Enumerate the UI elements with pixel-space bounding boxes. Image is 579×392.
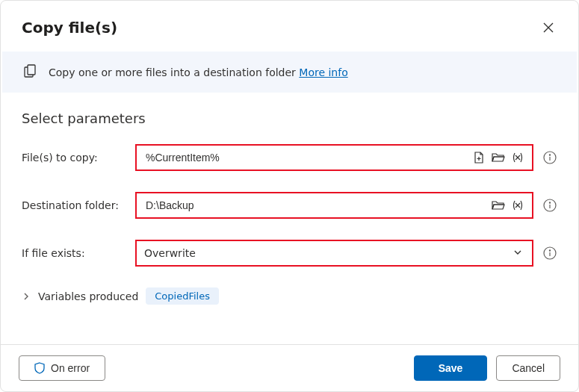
svg-rect-0 — [28, 65, 35, 75]
if-file-exists-value: Overwrite — [144, 247, 513, 259]
more-info-link[interactable]: More info — [299, 66, 347, 78]
svg-point-2 — [549, 155, 550, 155]
if-file-exists-select[interactable]: Overwrite — [135, 240, 533, 267]
dialog-body: Select parameters File(s) to copy: — [1, 93, 578, 344]
variable-icon — [511, 152, 524, 164]
destination-folder-field[interactable] — [135, 192, 533, 219]
info-text: Copy one or more files into a destinatio… — [49, 66, 348, 78]
files-to-copy-info[interactable] — [542, 150, 557, 165]
dialog-title: Copy file(s) — [22, 19, 117, 37]
on-error-label: On error — [51, 362, 90, 374]
description-text: Copy one or more files into a destinatio… — [49, 66, 296, 78]
chevron-down-icon — [513, 247, 523, 260]
variable-picker-button[interactable] — [508, 148, 527, 167]
save-button[interactable]: Save — [414, 355, 488, 381]
chevron-right-icon — [22, 292, 31, 301]
info-icon — [543, 151, 557, 164]
if-file-exists-row: If file exists: Overwrite — [22, 240, 557, 267]
info-icon — [543, 246, 557, 260]
copy-files-dialog: Copy file(s) Copy one or more files into… — [0, 0, 579, 392]
destination-variable-button[interactable] — [508, 196, 527, 215]
file-add-icon — [473, 152, 485, 164]
browse-destination-button[interactable] — [489, 196, 508, 215]
svg-point-4 — [549, 202, 550, 203]
destination-folder-info[interactable] — [542, 198, 557, 213]
variables-produced-label: Variables produced — [38, 290, 138, 302]
destination-folder-input[interactable] — [144, 199, 489, 212]
browse-folder-button[interactable] — [489, 148, 508, 167]
folder-open-icon — [492, 199, 505, 211]
destination-folder-row: Destination folder: — [22, 192, 557, 219]
info-strip: Copy one or more files into a destinatio… — [2, 52, 577, 93]
select-file-button[interactable] — [469, 148, 489, 167]
svg-point-6 — [549, 250, 550, 251]
variable-chip-copiedfiles[interactable]: CopiedFiles — [146, 287, 219, 305]
shield-icon — [34, 362, 45, 374]
dialog-header: Copy file(s) — [1, 1, 578, 52]
section-heading: Select parameters — [22, 111, 557, 126]
if-file-exists-label: If file exists: — [22, 247, 126, 259]
close-icon — [543, 22, 554, 33]
info-icon — [543, 199, 557, 212]
expand-variables-button[interactable] — [22, 292, 31, 301]
destination-folder-label: Destination folder: — [22, 199, 126, 211]
dialog-footer: On error Save Cancel — [1, 344, 578, 391]
folder-open-icon — [492, 152, 505, 164]
files-to-copy-row: File(s) to copy: — [22, 144, 557, 171]
files-to-copy-input[interactable] — [144, 151, 469, 164]
files-to-copy-field[interactable] — [135, 144, 533, 171]
copy-files-icon — [23, 63, 38, 81]
if-file-exists-info[interactable] — [542, 246, 557, 261]
variable-icon — [511, 199, 524, 211]
cancel-button[interactable]: Cancel — [496, 355, 560, 381]
on-error-button[interactable]: On error — [19, 355, 105, 381]
close-button[interactable] — [536, 16, 560, 40]
files-to-copy-label: File(s) to copy: — [22, 152, 126, 164]
variables-produced-row: Variables produced CopiedFiles — [22, 287, 557, 305]
